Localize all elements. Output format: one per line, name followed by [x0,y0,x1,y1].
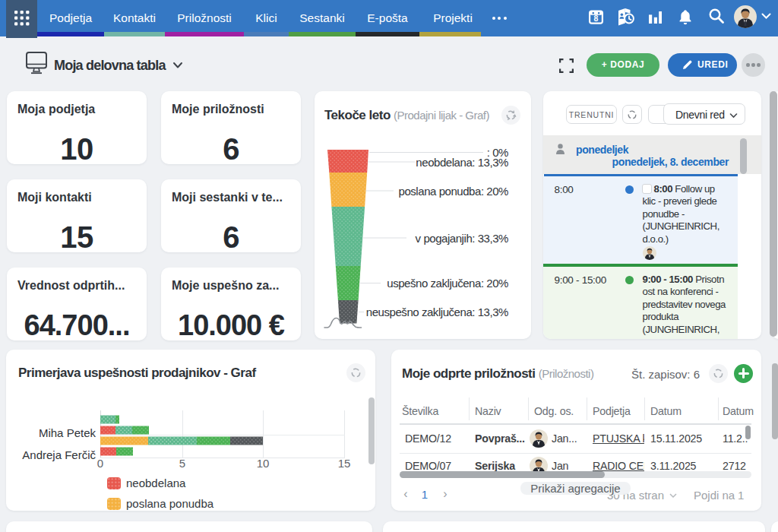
svg-text:8: 8 [593,14,598,23]
